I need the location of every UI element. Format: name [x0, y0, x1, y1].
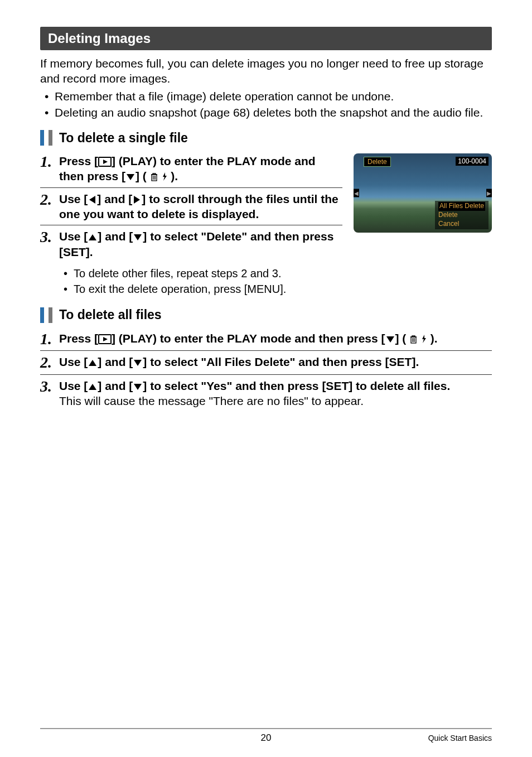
bullet-text: To delete other files, repeat steps 2 an…	[74, 266, 281, 281]
up-triangle-icon	[88, 233, 98, 242]
camera-menu-cancel: Cancel	[438, 220, 459, 228]
camera-menu-all-files: All Files Delete	[438, 202, 485, 211]
step-number: 1.	[40, 153, 59, 184]
page-footer: 20 Quick Start Basics	[40, 728, 492, 742]
down-triangle-icon	[125, 172, 136, 182]
camera-right-arrow: ▶	[486, 189, 492, 197]
bullet-dot: •	[45, 105, 55, 120]
camera-menu-delete: Delete	[438, 211, 458, 219]
flash-icon	[162, 172, 168, 181]
play-icon	[98, 334, 112, 344]
step-number: 3.	[40, 229, 59, 259]
subsection-title: To delete all files	[59, 307, 162, 322]
bullet-text: Remember that a file (image) delete oper…	[55, 89, 394, 104]
bullet-dot: •	[64, 282, 74, 296]
step: 3. Use [] and [] to select "Yes" and the…	[40, 378, 492, 412]
play-icon	[98, 157, 112, 167]
down-triangle-icon	[133, 382, 143, 392]
step-body-text: This will cause the message "There are n…	[59, 393, 492, 408]
step-text: Use [] and [] to scroll through the file…	[59, 191, 342, 222]
step-sub-bullet: • To exit the delete operation, press [M…	[64, 282, 342, 296]
bullet-dot: •	[45, 89, 55, 104]
step-sub-bullet: • To delete other files, repeat steps 2 …	[64, 266, 342, 281]
camera-menu: All Files Delete Delete Cancel	[435, 201, 489, 229]
trash-icon	[409, 334, 418, 344]
step-text: Use [] and [] to select "Yes" and then p…	[59, 378, 492, 409]
intro-bullet: • Remember that a file (image) delete op…	[45, 89, 492, 104]
subsection-title: To delete a single file	[59, 131, 188, 146]
step-number: 2.	[40, 191, 59, 222]
step-number: 3.	[40, 378, 59, 409]
camera-screenshot: Delete 100-0004 ◀ ▶ All Files Delete Del…	[354, 153, 492, 233]
step: 2. Use [] and [] to select "All Files De…	[40, 354, 492, 374]
subsection-heading: To delete a single file	[40, 130, 492, 146]
accent-bar-grey	[49, 130, 52, 146]
accent-bar-blue	[40, 307, 44, 323]
step-text: Press [] (PLAY) to enter the PLAY mode a…	[59, 331, 492, 347]
trash-icon	[150, 172, 158, 181]
step: 1. Press [] (PLAY) to enter the PLAY mod…	[40, 331, 492, 351]
up-triangle-icon	[88, 382, 98, 392]
page-number: 20	[40, 732, 492, 744]
step: 1. Press [] (PLAY) to enter the PLAY mod…	[40, 153, 342, 188]
bullet-text: Deleting an audio snapshot (page 68) del…	[55, 105, 483, 120]
accent-bar-blue	[40, 130, 44, 146]
right-triangle-icon	[132, 195, 142, 205]
step: 3. Use [] and [] to select "Delete" and …	[40, 229, 342, 263]
section-header: Deleting Images	[40, 27, 492, 50]
step-text: Use [] and [] to select "Delete" and the…	[59, 229, 342, 259]
step-number: 1.	[40, 331, 59, 347]
accent-bar-grey	[49, 307, 52, 323]
subsection-heading: To delete all files	[40, 307, 492, 323]
step: 2. Use [] and [] to scroll through the f…	[40, 191, 342, 226]
down-triangle-icon	[385, 335, 395, 344]
bullet-dot: •	[64, 266, 74, 281]
camera-delete-label: Delete	[364, 157, 391, 167]
camera-image-id: 100-0004	[456, 157, 489, 166]
bullet-text: To exit the delete operation, press [MEN…	[74, 282, 286, 296]
up-triangle-icon	[88, 358, 98, 368]
down-triangle-icon	[133, 358, 143, 368]
step-text: Use [] and [] to select "All Files Delet…	[59, 354, 492, 370]
left-triangle-icon	[88, 195, 97, 205]
intro-text: If memory becomes full, you can delete i…	[40, 56, 492, 86]
flash-icon	[421, 334, 427, 344]
step-number: 2.	[40, 354, 59, 370]
camera-left-arrow: ◀	[354, 189, 359, 197]
down-triangle-icon	[133, 233, 143, 242]
intro-bullet: • Deleting an audio snapshot (page 68) d…	[45, 105, 492, 120]
step-text: Press [] (PLAY) to enter the PLAY mode a…	[59, 153, 342, 184]
